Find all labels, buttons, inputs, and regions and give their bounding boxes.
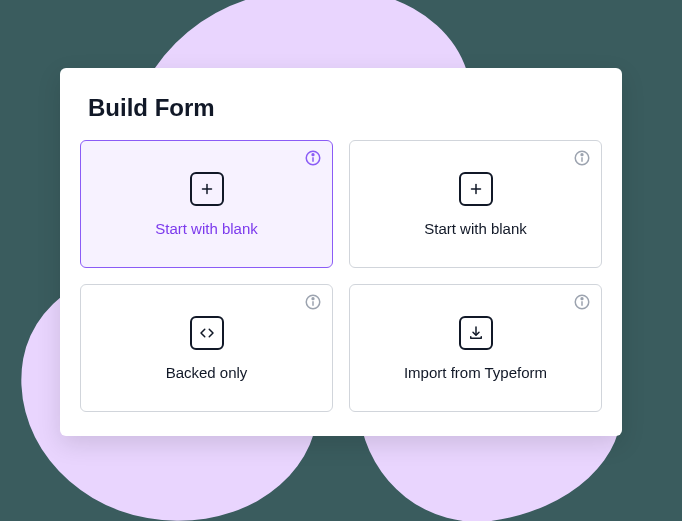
svg-point-15 [581, 298, 583, 300]
plus-icon [459, 172, 493, 206]
option-label: Backed only [166, 364, 248, 381]
option-import-typeform[interactable]: Import from Typeform [349, 284, 602, 412]
info-icon[interactable] [573, 149, 591, 167]
plus-icon [190, 172, 224, 206]
code-icon [190, 316, 224, 350]
download-icon [459, 316, 493, 350]
svg-point-2 [312, 154, 314, 156]
info-icon[interactable] [573, 293, 591, 311]
svg-point-7 [581, 154, 583, 156]
svg-point-12 [312, 298, 314, 300]
option-label: Import from Typeform [404, 364, 547, 381]
page-title: Build Form [88, 94, 598, 122]
option-label: Start with blank [155, 220, 258, 237]
option-grid: Start with blank Start with blank [80, 140, 602, 412]
info-icon[interactable] [304, 293, 322, 311]
option-label: Start with blank [424, 220, 527, 237]
option-start-blank[interactable]: Start with blank [349, 140, 602, 268]
info-icon[interactable] [304, 149, 322, 167]
build-form-panel: Build Form Start with blank [60, 68, 622, 436]
option-start-blank[interactable]: Start with blank [80, 140, 333, 268]
option-backed-only[interactable]: Backed only [80, 284, 333, 412]
